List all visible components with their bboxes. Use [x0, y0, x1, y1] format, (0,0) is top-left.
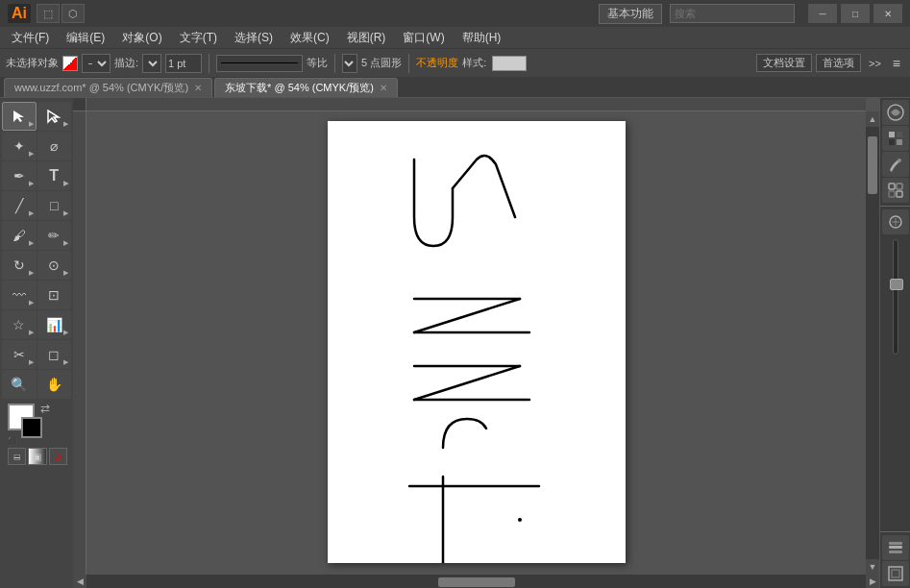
menu-bar: 文件(F) 编辑(E) 对象(O) 文字(T) 选择(S) 效果(C) 视图(R…: [0, 27, 910, 48]
svg-rect-5: [889, 132, 895, 137]
line-tool[interactable]: ╱▶: [2, 191, 37, 220]
opacity-slider-area: [880, 235, 910, 528]
tab-1[interactable]: 东坡下载* @ 54% (CMYK/预览) ✕: [214, 78, 398, 97]
color-swatch-area: ⇄ ⬛ □ ▣ ⊘: [2, 400, 71, 467]
doc-settings-button[interactable]: 文档设置: [756, 54, 812, 72]
direct-selection-tool[interactable]: ▶: [37, 102, 72, 131]
graphic-styles-button[interactable]: [882, 209, 909, 234]
paintbrush-tool[interactable]: 🖌▶: [2, 221, 37, 250]
magic-wand-tool[interactable]: ✦▶: [2, 132, 37, 160]
pen-tool[interactable]: ✒▶: [2, 161, 37, 190]
svg-rect-15: [889, 551, 902, 553]
drawing-canvas[interactable]: [328, 121, 626, 563]
search-input[interactable]: [675, 8, 790, 19]
tab-1-close[interactable]: ✕: [380, 83, 387, 93]
layers-panel-button[interactable]: [882, 535, 909, 560]
selection-tool[interactable]: ▶: [2, 102, 37, 131]
svg-rect-11: [897, 184, 902, 189]
zoom-tool[interactable]: 🔍: [2, 370, 37, 399]
equal-ratio-label: 等比: [307, 56, 328, 70]
control-bar: 未选择对象 ─ 描边: □ 等比 • 5 点圆形 不透明度 样式: 文档设置 首…: [0, 48, 910, 77]
h-scroll-thumb[interactable]: [438, 577, 515, 587]
brush-select[interactable]: •: [342, 54, 357, 73]
stroke-style-select[interactable]: ─: [82, 54, 111, 73]
warp-tool[interactable]: 〰▶: [2, 281, 37, 309]
stroke-preview: [216, 55, 303, 72]
tab-0-close[interactable]: ✕: [194, 83, 202, 93]
preferences-button[interactable]: 首选项: [816, 54, 861, 72]
svg-point-3: [518, 518, 522, 522]
style-label: 样式:: [462, 56, 486, 70]
canvas-area[interactable]: ▲ ▼ ◀ ▶: [73, 98, 879, 588]
reflect-tool[interactable]: ⊙▶: [37, 251, 72, 280]
scroll-up-button[interactable]: ▲: [866, 111, 879, 127]
swap-colors-button[interactable]: ⇄: [40, 402, 50, 415]
color-panel-button[interactable]: [882, 100, 909, 125]
gradient-fill-button[interactable]: ▣: [28, 448, 46, 465]
lasso-tool[interactable]: ⌀: [37, 132, 72, 160]
text-tool[interactable]: T▶: [37, 161, 72, 190]
fill-none-button[interactable]: □: [8, 448, 26, 465]
stroke-weight-select[interactable]: □: [142, 54, 161, 73]
menu-window[interactable]: 窗口(W): [395, 28, 452, 48]
svg-rect-10: [889, 184, 895, 189]
free-transform-tool[interactable]: ⊡: [37, 281, 72, 309]
search-box[interactable]: [670, 4, 795, 23]
menu-edit[interactable]: 编辑(E): [59, 28, 112, 48]
stroke-width-input[interactable]: [165, 54, 202, 73]
chart-tool[interactable]: 📊▶: [37, 310, 72, 339]
workspace-selector[interactable]: 基本功能: [599, 4, 662, 24]
new-doc-icon[interactable]: ⬚: [37, 4, 60, 23]
reset-colors-button[interactable]: ⬛: [8, 437, 17, 446]
horizontal-scrollbar[interactable]: ◀ ▶: [73, 575, 879, 588]
eraser-tool[interactable]: ◻▶: [37, 340, 72, 369]
none-fill-button[interactable]: ⊘: [49, 448, 67, 465]
menu-view[interactable]: 视图(R): [339, 28, 394, 48]
v-scroll-thumb[interactable]: [868, 136, 877, 194]
swatches-panel-button[interactable]: [882, 126, 909, 151]
rotate-tool[interactable]: ↻▶: [2, 251, 37, 280]
slice-tool[interactable]: ✂▶: [2, 340, 37, 369]
hand-tool[interactable]: ✋: [37, 370, 72, 399]
bridge-icon[interactable]: ⬡: [61, 4, 85, 23]
background-color[interactable]: [21, 417, 42, 438]
menu-select[interactable]: 选择(S): [227, 28, 281, 48]
no-selection-label: 未选择对象: [6, 56, 59, 70]
window-maximize-button[interactable]: □: [841, 4, 870, 23]
window-minimize-button[interactable]: ─: [808, 4, 837, 23]
artboards-panel-button[interactable]: [882, 561, 909, 586]
svg-marker-1: [48, 110, 59, 122]
menu-effect[interactable]: 效果(C): [283, 28, 337, 48]
svg-rect-6: [897, 132, 902, 137]
menu-text[interactable]: 文字(T): [172, 28, 225, 48]
vertical-scrollbar[interactable]: ▲ ▼: [866, 111, 879, 575]
brushes-panel-button[interactable]: [882, 152, 909, 177]
divider-2: [334, 54, 335, 73]
title-bar: Ai ⬚ ⬡ 基本功能 ─ □ ✕: [0, 0, 910, 27]
svg-rect-8: [897, 139, 902, 145]
window-close-button[interactable]: ✕: [873, 4, 902, 23]
menu-help[interactable]: 帮助(H): [455, 28, 509, 48]
menu-object[interactable]: 对象(O): [114, 28, 169, 48]
dot-circle-label: 5 点圆形: [361, 56, 402, 70]
symbol-tool[interactable]: ☆▶: [2, 310, 37, 339]
menu-file[interactable]: 文件(F): [4, 28, 57, 48]
svg-point-9: [898, 159, 901, 162]
panel-divider-1: [880, 206, 910, 207]
more-button[interactable]: >>: [865, 58, 885, 69]
scroll-down-button[interactable]: ▼: [866, 559, 879, 575]
scroll-left-button[interactable]: ◀: [73, 575, 86, 588]
stroke-color-swatch[interactable]: [62, 56, 78, 71]
divider-1: [209, 54, 209, 73]
symbols-panel-button[interactable]: [882, 178, 909, 203]
scroll-right-button[interactable]: ▶: [866, 575, 879, 588]
svg-rect-18: [889, 567, 902, 580]
bottom-tool-row: □ ▣ ⊘: [8, 448, 67, 465]
tab-0-label: www.uzzf.com* @ 54% (CMYK/预览): [14, 81, 188, 95]
pencil-tool[interactable]: ✏▶: [37, 221, 72, 250]
rect-tool[interactable]: □▶: [37, 191, 72, 220]
tab-0[interactable]: www.uzzf.com* @ 54% (CMYK/预览) ✕: [4, 78, 212, 97]
opacity-slider-thumb[interactable]: [890, 279, 903, 290]
align-button[interactable]: ≡: [889, 56, 904, 71]
opacity-slider-track[interactable]: [893, 239, 898, 355]
